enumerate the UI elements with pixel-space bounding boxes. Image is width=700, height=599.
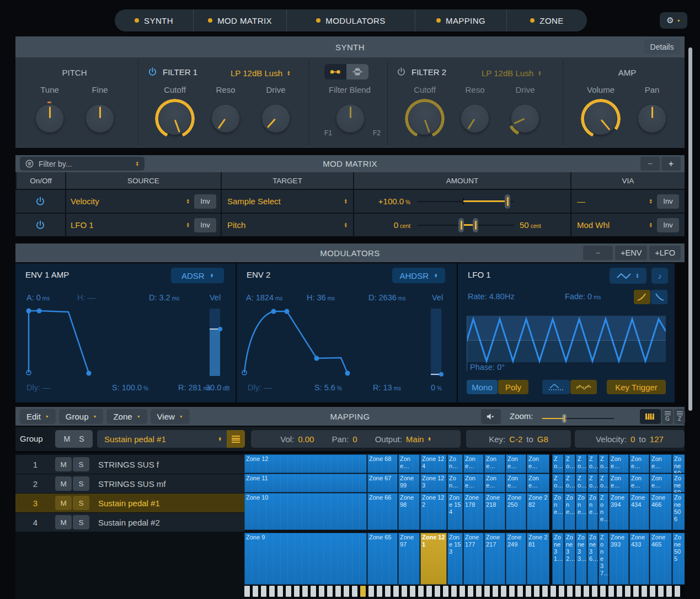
zone-cell[interactable]: Zone 12	[244, 454, 367, 473]
via-dropdown[interactable]: — ▲▼ Inv	[570, 190, 685, 213]
keyboard-key[interactable]	[451, 586, 457, 597]
zone-cell[interactable]: Zone…	[564, 493, 575, 530]
slider-handle-high[interactable]	[473, 218, 478, 232]
env2-curve-display[interactable]	[241, 306, 429, 381]
zone-cell[interactable]: Zo…	[564, 454, 575, 473]
zone-cell[interactable]: Zone 433	[629, 533, 649, 585]
zone-cell[interactable]: Zon…	[447, 474, 463, 492]
zone-cell[interactable]: Zone 178	[463, 493, 484, 530]
zone-cell[interactable]: Zone 9	[244, 533, 367, 585]
keyboard-key-highlighted[interactable]	[360, 586, 366, 597]
zone-menu[interactable]: Zone▼	[106, 409, 147, 424]
keyboard-key[interactable]	[642, 586, 647, 597]
zone-cell[interactable]: Zone…	[398, 454, 420, 473]
via-dropdown[interactable]: Mod Whl ▲▼ Inv	[570, 214, 685, 236]
zone-cell[interactable]: Zone 65	[367, 533, 398, 585]
solo-button[interactable]: S	[73, 476, 89, 491]
power-icon[interactable]	[35, 220, 45, 230]
zone-cell[interactable]: Zone 67	[367, 474, 398, 492]
keyboard-key[interactable]	[327, 586, 333, 597]
group-list-row-selected[interactable]: 3 M S Sustain pedal #1	[15, 494, 244, 512]
zone-cell-selected[interactable]: Zone 121	[420, 533, 447, 585]
slider-handle[interactable]	[505, 194, 510, 209]
add-lfo-button[interactable]: +LFO	[649, 246, 681, 260]
keyboard-key[interactable]	[402, 586, 407, 597]
amount-value[interactable]: +100.0%	[378, 197, 410, 206]
keyboard-key[interactable]	[476, 586, 482, 597]
zone-cell[interactable]: Zone…	[629, 474, 649, 492]
lfo-unipolar-button[interactable]	[542, 380, 570, 394]
env1-sustain[interactable]: S: 100.0%	[112, 383, 148, 392]
group-velocity-range[interactable]: Velocity: 0 to 127	[575, 430, 685, 448]
filter-by-dropdown[interactable]: Filter by... ▲▼	[20, 157, 145, 171]
keyboard-key[interactable]	[526, 586, 531, 597]
key-low-value[interactable]: C-2	[509, 434, 522, 444]
filter2-reso-knob[interactable]	[461, 105, 489, 132]
env2-mode-dropdown[interactable]: AHDSR ▲▼	[392, 268, 445, 283]
zone-cell[interactable]: Zone 394	[609, 493, 629, 530]
keyboard-key[interactable]	[617, 586, 622, 597]
zone-cell[interactable]: Zone…	[552, 493, 564, 530]
filter2-drive-knob[interactable]	[511, 105, 539, 132]
env2-velocity-slider[interactable]	[431, 309, 441, 376]
filter2-type-dropdown[interactable]: LP 12dB Lush ▲▼	[482, 68, 541, 78]
keyboard-key[interactable]	[277, 586, 283, 597]
tab-modulators[interactable]: MODULATORS	[287, 9, 415, 31]
tune-knob[interactable]	[36, 105, 63, 132]
zone-cell[interactable]: Zone 31…	[552, 533, 564, 585]
zone-cell[interactable]: Zone 393	[609, 533, 629, 585]
lfo-bipolar-button[interactable]	[570, 380, 597, 394]
view-keyboard-button[interactable]	[640, 409, 661, 424]
keyboard-key[interactable]	[410, 586, 415, 597]
env2-decay[interactable]: D: 2636ms	[368, 293, 405, 302]
keyboard-key[interactable]	[286, 586, 291, 597]
zone-cell[interactable]: Zo…	[576, 474, 587, 492]
source-dropdown[interactable]: Velocity ▲▼ Inv	[65, 190, 221, 213]
solo-button[interactable]: S	[73, 457, 89, 471]
env1-attack[interactable]: A: 0ms	[26, 293, 50, 302]
keyboard-key[interactable]	[253, 586, 258, 597]
zone-cell[interactable]: Zone 99	[398, 474, 420, 492]
zone-cell[interactable]: Zone…	[506, 454, 526, 473]
keyboard-key[interactable]	[650, 586, 655, 597]
remove-routing-button[interactable]: −	[640, 157, 660, 171]
zone-cell[interactable]: Zo…	[576, 454, 587, 473]
zone-cell[interactable]: Zone 217	[484, 533, 505, 585]
zone-cell[interactable]: Zone 124	[420, 454, 447, 473]
keyboard-key[interactable]	[368, 586, 374, 597]
lfo-rate[interactable]: Rate: 4.80Hz	[468, 292, 515, 301]
keyboard-key[interactable]	[468, 586, 473, 597]
keyboard-key[interactable]	[625, 586, 630, 597]
zone-cell[interactable]: Zone 97	[398, 533, 420, 585]
scrollbar[interactable]	[688, 47, 692, 411]
filter1-cutoff-knob[interactable]	[159, 103, 191, 135]
zone-cell[interactable]: Zone…	[484, 454, 505, 473]
zone-cell[interactable]: Zone 282	[527, 493, 549, 530]
keyboard-key[interactable]	[509, 586, 515, 597]
target-dropdown[interactable]: Sample Select ▲▼	[221, 190, 353, 213]
amount-range-slider[interactable]	[418, 225, 514, 226]
keyboard-key[interactable]	[335, 586, 341, 597]
zone-cell[interactable]: Zone 154	[447, 493, 463, 530]
env2-vel-amount[interactable]: 0%	[431, 383, 442, 392]
zone-cell[interactable]: Zone 122	[420, 493, 447, 530]
fade-in-button[interactable]	[634, 290, 650, 304]
lfo-key-trigger-button[interactable]: Key Trigger	[607, 380, 666, 394]
zone-cell[interactable]: Zone 506	[672, 493, 685, 530]
zone-cell[interactable]: Zone 33…	[576, 533, 587, 585]
zone-cell[interactable]: Zone…	[650, 454, 672, 473]
zone-cell[interactable]: Zone 281	[527, 533, 549, 585]
lfo-poly-button[interactable]: Poly	[498, 380, 528, 394]
audition-button[interactable]	[481, 409, 501, 424]
invert-via-button[interactable]: Inv	[657, 218, 679, 232]
solo-button[interactable]: S	[79, 434, 84, 443]
group-list-row[interactable]: 2 M S STRINGS SUS mf	[15, 474, 244, 493]
zone-cell[interactable]: Zone 37…	[599, 533, 608, 585]
mute-button[interactable]: M	[55, 457, 72, 471]
lfo-waveform-display[interactable]	[467, 316, 666, 362]
key-high-value[interactable]: G8	[537, 434, 548, 444]
zone-cell[interactable]: Zone…	[506, 474, 526, 492]
keyboard-key[interactable]	[418, 586, 424, 597]
power-icon[interactable]	[397, 67, 406, 77]
env1-delay[interactable]: Dly: —	[26, 383, 51, 392]
